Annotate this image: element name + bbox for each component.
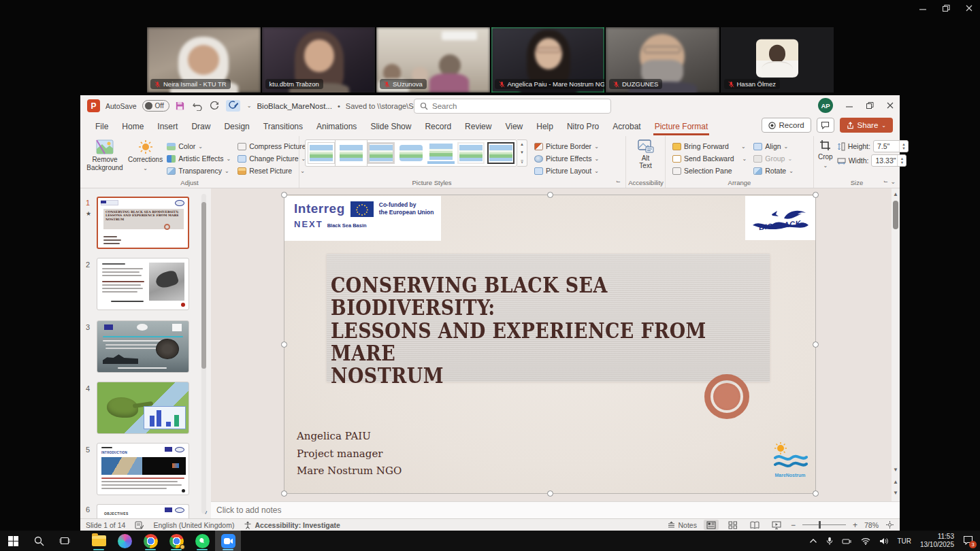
file-name[interactable]: BioBlack_MareNost...: [257, 102, 332, 110]
tab-transitions[interactable]: Transitions: [257, 119, 310, 134]
scroll-down-icon[interactable]: ▼: [893, 467, 898, 473]
send-backward-button[interactable]: Send Backward⌄: [672, 153, 747, 164]
participant-tile[interactable]: Hasan Ölmez: [721, 27, 834, 93]
tab-insert[interactable]: Insert: [150, 119, 184, 134]
search-box[interactable]: [414, 99, 611, 114]
close-icon[interactable]: [965, 4, 973, 12]
tab-slide-show[interactable]: Slide Show: [363, 119, 418, 134]
tab-help[interactable]: Help: [529, 119, 560, 134]
qat-overflow-icon[interactable]: ⌄: [247, 103, 252, 109]
transparency-button[interactable]: Transparency⌄: [167, 165, 231, 176]
tray-wifi-icon[interactable]: [861, 537, 870, 545]
scrollbar-thumb[interactable]: [893, 201, 898, 229]
selection-handle[interactable]: [281, 490, 287, 497]
selection-handle[interactable]: [547, 490, 553, 497]
notes-pane[interactable]: Click to add notes: [211, 501, 900, 518]
chrome-button[interactable]: [137, 531, 163, 551]
tray-device-icon[interactable]: [842, 537, 852, 545]
zoom-slider-thumb[interactable]: [819, 521, 821, 529]
slide-thumbnail-6[interactable]: OBJECTIVES: [97, 504, 189, 518]
selection-handle[interactable]: [813, 341, 819, 348]
slide-vertical-scrollbar[interactable]: ▲ ▼ ▲ ▼: [892, 188, 900, 501]
tab-home[interactable]: Home: [115, 119, 150, 134]
selection-handle[interactable]: [281, 192, 287, 198]
tab-animations[interactable]: Animations: [310, 119, 363, 134]
size-dialog-launcher-icon[interactable]: ⌙: [883, 179, 890, 186]
tray-clock[interactable]: 11:53 13/10/2025: [920, 533, 954, 550]
autosave-toggle[interactable]: Off: [142, 100, 169, 112]
participant-tile[interactable]: SUzunova: [376, 27, 490, 93]
picture-style-option[interactable]: [368, 142, 395, 164]
participant-tile[interactable]: DUZGUNES: [606, 27, 719, 93]
tab-picture-format[interactable]: Picture Format: [648, 119, 715, 134]
search-input[interactable]: [432, 102, 589, 110]
picture-style-option[interactable]: [427, 142, 455, 164]
slide-thumbnail-3[interactable]: [97, 320, 189, 373]
next-slide-icon[interactable]: ▼: [893, 490, 898, 496]
scroll-up-icon[interactable]: ▲: [892, 191, 900, 197]
corrections-button[interactable]: Corrections ⌄: [128, 139, 163, 171]
alt-text-button[interactable]: Alt Text: [627, 139, 665, 169]
tab-nitro-pro[interactable]: Nitro Pro: [560, 119, 606, 134]
picture-style-option-selected[interactable]: [487, 142, 514, 164]
zoom-slider[interactable]: [802, 524, 846, 525]
notes-toggle-button[interactable]: Notes: [667, 521, 697, 529]
participant-tile[interactable]: Neira Ismail - KTU TR: [147, 27, 261, 93]
slide[interactable]: Interreg Co-funded by the European Union…: [284, 195, 815, 493]
redo-icon[interactable]: [210, 101, 219, 111]
zoom-app-button[interactable]: [215, 531, 241, 551]
comments-button[interactable]: [817, 118, 834, 133]
zoom-level[interactable]: 78%: [864, 521, 879, 529]
accessibility-status[interactable]: Accessibility: Investigate: [255, 521, 340, 529]
tab-draw[interactable]: Draw: [184, 119, 217, 134]
tab-view[interactable]: View: [498, 119, 529, 134]
copilot-button[interactable]: [112, 531, 137, 551]
picture-style-option[interactable]: [308, 142, 335, 164]
color-button[interactable]: Color⌄: [167, 141, 231, 152]
normal-view-button[interactable]: [704, 520, 719, 530]
language-status[interactable]: English (United Kingdom): [153, 521, 234, 529]
height-spin-down-icon[interactable]: ▼: [902, 146, 905, 150]
ppt-minimize-icon[interactable]: [845, 101, 853, 110]
slideshow-view-button[interactable]: [769, 520, 784, 530]
tray-expand-icon[interactable]: [809, 538, 817, 544]
participant-tile[interactable]: ktu.dbtm Trabzon: [262, 27, 376, 93]
slide-thumbnail-2[interactable]: [97, 258, 189, 310]
group-button[interactable]: Group⌄: [753, 153, 794, 164]
fit-slide-icon[interactable]: [885, 520, 894, 529]
speaker-info[interactable]: Angelica PAIU Project manager Mare Nostr…: [297, 428, 402, 480]
participant-tile-active-speaker[interactable]: Angelica Paiu - Mare Nostrum NGO: [491, 27, 605, 93]
tray-mic-icon[interactable]: [826, 537, 833, 546]
selection-handle[interactable]: [813, 192, 819, 198]
picture-border-button[interactable]: Picture Border⌄: [534, 141, 599, 152]
picture-style-option[interactable]: [457, 142, 485, 164]
thumbnail-scrollbar[interactable]: [201, 194, 206, 514]
user-avatar[interactable]: AP: [818, 98, 833, 113]
notification-center-button[interactable]: 3: [963, 535, 973, 546]
save-icon[interactable]: [175, 101, 185, 111]
undo-icon[interactable]: [192, 101, 203, 111]
rotate-button[interactable]: Rotate⌄: [753, 165, 794, 176]
picture-layout-button[interactable]: Picture Layout⌄: [534, 165, 599, 176]
reading-view-button[interactable]: [747, 520, 762, 530]
selection-handle[interactable]: [813, 490, 819, 497]
picture-effects-button[interactable]: Picture Effects⌄: [534, 153, 599, 164]
collapse-ribbon-icon[interactable]: ⌄: [890, 178, 896, 185]
ppt-close-icon[interactable]: [886, 101, 894, 110]
tab-file[interactable]: File: [88, 119, 115, 134]
tab-review[interactable]: Review: [458, 119, 498, 134]
slide-thumbnail-4[interactable]: [97, 382, 189, 434]
share-button[interactable]: Share ⌄: [840, 118, 893, 133]
width-spin-down-icon[interactable]: ▼: [900, 161, 904, 165]
task-view-button[interactable]: [52, 531, 78, 551]
selection-handle[interactable]: [547, 192, 553, 198]
height-input[interactable]: 7.5" ▲▼: [873, 140, 909, 152]
slide-indicator[interactable]: Slide 1 of 14: [86, 521, 125, 529]
gallery-scroll-controls[interactable]: ▲▼⊽: [517, 139, 527, 167]
record-button[interactable]: Record: [762, 118, 811, 133]
picture-style-option[interactable]: [397, 142, 425, 164]
spellcheck-icon[interactable]: [135, 521, 144, 529]
tab-record[interactable]: Record: [418, 119, 458, 134]
crop-button[interactable]: Crop ⌄: [818, 139, 833, 169]
artistic-effects-button[interactable]: Artistic Effects⌄: [167, 153, 231, 164]
